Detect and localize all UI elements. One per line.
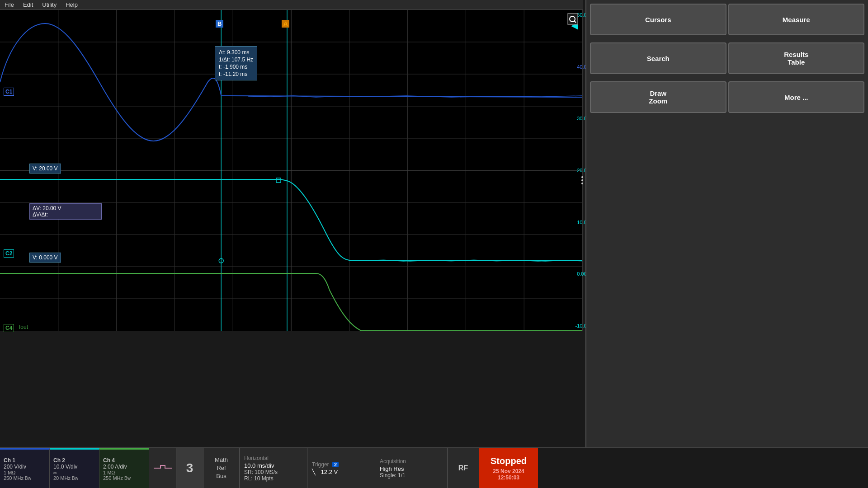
magnifier-icon-area xyxy=(564,12,580,30)
math-ref-bus-button[interactable]: Math Ref Bus xyxy=(203,448,240,488)
ch4-bandwidth: 250 MHz Bw xyxy=(103,475,145,481)
voltage-readout-c2: V: 0.000 V xyxy=(29,253,61,263)
search-button[interactable]: Search xyxy=(590,42,726,74)
btn-row-1: Cursors Measure xyxy=(586,0,868,39)
more-button[interactable]: More ... xyxy=(728,81,865,113)
btn-row-3: Draw Zoom More ... xyxy=(586,78,868,117)
trigger-block[interactable]: Trigger 2 ╲ 12.2 V xyxy=(307,448,375,488)
menu-utility[interactable]: Utility xyxy=(42,1,57,8)
stopped-date: 25 Nov 2024 xyxy=(493,468,524,474)
ch1-label: C1 xyxy=(4,88,14,96)
voltage-readout-c1: V: 20.00 V xyxy=(29,164,61,174)
waveform-display xyxy=(0,10,582,331)
ch2-vdiv: 10.0 V/div xyxy=(53,464,95,470)
ch1-title: Ch 1 xyxy=(4,457,46,464)
horizontal-time-div: 10.0 ms/div xyxy=(244,462,302,469)
waveform-indicator xyxy=(149,448,176,488)
cursor-info-box: Δt: 9.300 ms 1/Δt: 107.5 Hz t: -1.900 ms… xyxy=(215,46,257,80)
ch1-status-block[interactable]: Ch 1 200 V/div 1 MΩ 250 MHz Bw xyxy=(0,448,50,488)
menu-file[interactable]: File xyxy=(5,1,14,8)
trigger-badge: 2 xyxy=(332,462,339,467)
ch1-bandwidth: 250 MHz Bw xyxy=(4,475,46,481)
number3-button[interactable]: 3 xyxy=(176,448,203,488)
trigger-icon-voltage: ╲ 12.2 V xyxy=(312,469,370,475)
menu-help[interactable]: Help xyxy=(66,1,78,8)
magnifier-icon xyxy=(564,12,580,28)
acquisition-single: Single: 1/1 xyxy=(380,472,443,479)
menu-edit[interactable]: Edit xyxy=(23,1,33,8)
svg-rect-24 xyxy=(276,178,281,183)
ch4-title: Ch 4 xyxy=(103,457,145,464)
stopped-time: 12:50:03 xyxy=(498,474,519,481)
stopped-button[interactable]: Stopped 25 Nov 2024 12:50:03 xyxy=(479,448,538,488)
cursor-marker-a: A xyxy=(282,20,289,28)
menu-bar: File Edit Utility Help xyxy=(0,0,583,10)
ch2-title: Ch 2 xyxy=(53,457,95,464)
acquisition-block[interactable]: Acquisition High Res Single: 1/1 xyxy=(375,448,448,488)
delta-voltage-box: ΔV: 20.00 V ΔV/Δt: xyxy=(29,203,102,220)
ch2-icon: ∞ xyxy=(53,470,95,475)
waveform-line-icon xyxy=(154,464,172,473)
measure-button[interactable]: Measure xyxy=(728,4,865,35)
cursor-t2: t: -11.20 ms xyxy=(219,71,253,77)
status-bar: Ch 1 200 V/div 1 MΩ 250 MHz Bw Ch 2 10.0… xyxy=(0,447,868,488)
ch4-label: C4 xyxy=(4,324,14,332)
ch2-status-block[interactable]: Ch 2 10.0 V/div ∞ 20 MHz Bw xyxy=(50,448,99,488)
ch1-impedance: 1 MΩ xyxy=(4,470,46,475)
btn-row-2: Search Results Table xyxy=(586,39,868,78)
draw-zoom-button[interactable]: Draw Zoom xyxy=(590,81,726,113)
ch1-vdiv: 200 V/div xyxy=(4,464,46,470)
ref-label: Ref xyxy=(217,464,226,472)
bus-label: Bus xyxy=(216,472,226,480)
trigger-title: Trigger 2 xyxy=(312,461,370,468)
results-table-button[interactable]: Results Table xyxy=(728,42,865,74)
horizontal-block[interactable]: Horizontal 10.0 ms/div SR: 100 MS/s RL: … xyxy=(240,448,307,488)
ch4-impedance: 1 MΩ xyxy=(103,470,145,475)
cursor-inv-delta-t: 1/Δt: 107.5 Hz xyxy=(219,56,253,63)
right-panel: Cursors Measure Search Results Table Dra… xyxy=(585,0,868,488)
cursor-t1: t: -1.900 ms xyxy=(219,64,253,70)
horizontal-title: Horizontal xyxy=(244,455,302,461)
acquisition-mode: High Res xyxy=(380,465,443,472)
ch2-label: C2 xyxy=(4,249,14,258)
acquisition-title: Acquisition xyxy=(380,458,443,465)
ch4-status-block[interactable]: Ch 4 2.00 A/div 1 MΩ 250 MHz Bw xyxy=(99,448,149,488)
iout-label: Iout xyxy=(19,324,28,330)
horizontal-rl: RL: 10 Mpts xyxy=(244,475,302,482)
cursors-button[interactable]: Cursors xyxy=(590,4,726,35)
math-label: Math xyxy=(215,456,228,464)
scope-display: A B Δt: 9.300 ms 1/Δt: 107.5 Hz t: -1.90… xyxy=(0,10,583,331)
horizontal-sr: SR: 100 MS/s xyxy=(244,469,302,475)
ch2-bandwidth: 20 MHz Bw xyxy=(53,475,95,481)
cursor-delta-t: Δt: 9.300 ms xyxy=(219,49,253,56)
cursor-marker-b: B xyxy=(216,20,223,28)
rf-button[interactable]: RF xyxy=(448,448,479,488)
ch4-vdiv: 2.00 A/div xyxy=(103,464,145,470)
